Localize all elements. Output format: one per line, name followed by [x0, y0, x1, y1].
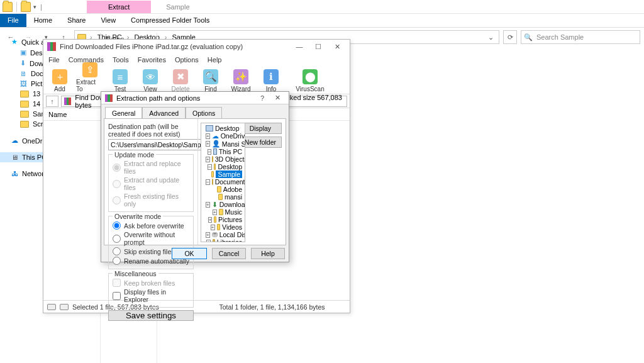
menu-file[interactable]: File — [48, 56, 60, 64]
ribbon-home[interactable]: Home — [26, 14, 60, 27]
menu-tools[interactable]: Tools — [113, 56, 129, 64]
opt-display-explorer[interactable]: Display files in Explorer — [113, 288, 189, 303]
qat-folder-icon[interactable] — [3, 2, 13, 12]
wr-up-button[interactable]: ↑ — [46, 96, 58, 107]
opt-extract-update[interactable]: Extract and update files — [113, 176, 189, 191]
new-folder-button[interactable]: New folder — [239, 137, 282, 148]
tab-general[interactable]: General — [105, 107, 142, 119]
opt-keep-broken[interactable]: Keep broken files — [113, 279, 189, 287]
dialog-title: Extraction path and options — [116, 94, 255, 102]
dialog-help-icon[interactable]: ? — [255, 94, 270, 102]
dialog-icon — [105, 94, 113, 102]
tb-wizard[interactable]: ✨Wizard — [227, 69, 255, 92]
tb-info[interactable]: ℹInfo — [257, 69, 285, 92]
ok-button[interactable]: OK — [172, 248, 207, 259]
winrar-close[interactable]: ✕ — [328, 41, 346, 52]
context-tab-extract[interactable]: Extract — [87, 1, 151, 13]
save-settings-button[interactable]: Save settings — [108, 310, 194, 321]
ribbon-compressed[interactable]: Compressed Folder Tools — [123, 14, 217, 27]
opt-fresh-only[interactable]: Fresh existing files only — [113, 193, 189, 208]
extract-dialog: Extraction path and options ? ✕ General … — [101, 91, 289, 262]
context-tab-sample: Sample — [151, 1, 204, 13]
display-button[interactable]: Display — [239, 123, 282, 134]
dest-label: Destination path (will be created if doe… — [108, 123, 194, 138]
ribbon-file[interactable]: File — [0, 14, 26, 27]
tab-advanced[interactable]: Advanced — [142, 107, 186, 119]
winrar-icon — [47, 42, 56, 51]
help-button[interactable]: Help — [251, 248, 285, 259]
tb-add[interactable]: ＋Add — [46, 69, 74, 92]
menu-help[interactable]: Help — [208, 56, 222, 64]
winrar-title: Find Downloaded Files iPhone iPad.tar.gz… — [60, 43, 289, 50]
ribbon-share[interactable]: Share — [60, 14, 93, 27]
dialog-close[interactable]: ✕ — [270, 94, 285, 102]
tab-options[interactable]: Options — [186, 107, 222, 119]
qat-open-icon[interactable] — [21, 2, 31, 12]
cancel-button[interactable]: Cancel — [212, 248, 246, 259]
tb-find[interactable]: 🔍Find — [197, 69, 225, 92]
overwrite-legend: Overwrite mode — [113, 213, 163, 220]
tb-view[interactable]: 👁View — [136, 69, 164, 92]
status-total: Total 1 folder, 1 file, 1,134,166 bytes — [198, 303, 346, 311]
menu-favorites[interactable]: Favorites — [138, 56, 166, 64]
tb-scan[interactable]: ⬤VirusScan — [296, 69, 324, 92]
tb-extract[interactable]: ⇪Extract To — [76, 62, 104, 92]
winrar-maximize[interactable]: ☐ — [309, 41, 327, 52]
misc-legend: Miscellaneous — [113, 270, 158, 277]
wr-col-name[interactable]: Name — [43, 111, 72, 118]
disk-icon-2 — [60, 304, 69, 310]
tree-sample-selected[interactable]: Sample — [203, 170, 243, 178]
tb-delete[interactable]: ✖Delete — [167, 69, 194, 92]
disk-icon — [47, 304, 56, 310]
opt-ask-overwrite[interactable]: Ask before overwrite — [113, 221, 189, 230]
menu-options[interactable]: Options — [175, 56, 199, 64]
update-legend: Update mode — [113, 151, 156, 159]
tb-test[interactable]: ≡Test — [106, 69, 134, 92]
qat-dropdown-icon[interactable]: ▾ — [33, 4, 36, 10]
opt-extract-replace[interactable]: Extract and replace files — [113, 160, 189, 175]
opt-overwrite-noask[interactable]: Overwrite without prompt — [113, 231, 189, 246]
ribbon-view[interactable]: View — [93, 14, 123, 27]
winrar-minimize[interactable]: — — [291, 41, 308, 52]
folder-tree[interactable]: Desktop +☁OneDrive - Personal +👤Mansi Si… — [201, 123, 245, 242]
